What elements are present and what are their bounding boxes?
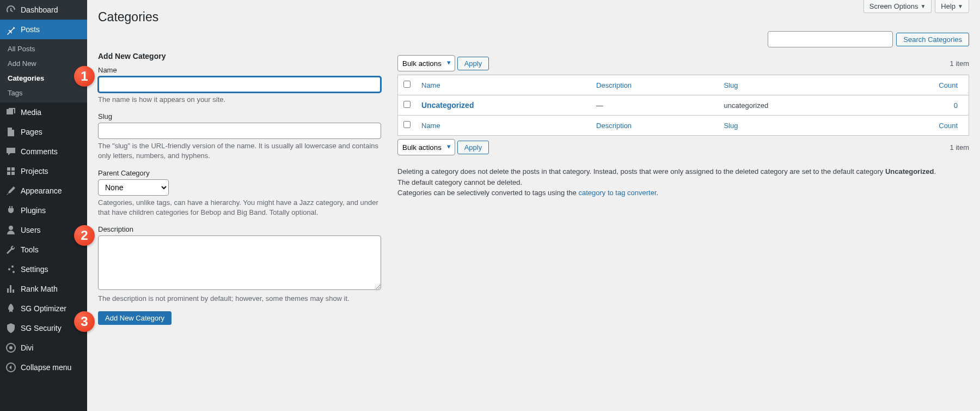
select-all-top[interactable] [403, 81, 411, 88]
brush-icon [5, 185, 16, 196]
menu-settings-label: Settings [21, 265, 48, 274]
menu-comments[interactable]: Comments [0, 142, 87, 161]
menu-sg-optimizer[interactable]: SG Optimizer [0, 299, 87, 318]
help-tab[interactable]: Help ▼ [935, 0, 969, 13]
screen-options-label: Screen Options [869, 2, 918, 10]
wrench-icon [5, 244, 16, 255]
parent-field: Parent Category None Categories, unlike … [98, 169, 381, 217]
description-label: Description [98, 225, 381, 233]
item-count-top: 1 item [950, 59, 969, 68]
menu-rank-math[interactable]: Rank Math [0, 279, 87, 299]
screen-options-tab[interactable]: Screen Options ▼ [863, 0, 932, 13]
categories-table: Name Description Slug Count Uncategorize… [397, 75, 969, 136]
name-help: The name is how it appears on your site. [98, 95, 381, 105]
submenu-tags[interactable]: Tags [0, 86, 87, 100]
menu-dashboard-label: Dashboard [21, 5, 58, 14]
col-count-link-foot[interactable]: Count [939, 122, 958, 130]
col-description-link[interactable]: Description [596, 81, 632, 89]
menu-projects-label: Projects [21, 167, 48, 176]
bulk-actions-bottom[interactable]: Bulk actions [397, 139, 455, 155]
plug-icon [5, 205, 16, 216]
help-label: Help [941, 2, 955, 10]
col-name-link[interactable]: Name [421, 81, 440, 89]
search-categories-button[interactable]: Search Categories [896, 33, 969, 46]
menu-plugins-label: Plugins [21, 206, 46, 215]
col-slug-link[interactable]: Slug [724, 81, 738, 89]
shield-icon [5, 323, 16, 334]
submenu-all-posts[interactable]: All Posts [0, 41, 87, 56]
sliders-icon [5, 264, 16, 275]
step-badge-2: 2 [74, 225, 95, 246]
parent-help: Categories, unlike tags, can have a hier… [98, 198, 381, 217]
add-category-form: Add New Category 1 Name The name is how … [98, 52, 381, 333]
menu-collapse[interactable]: Collapse menu [0, 358, 87, 377]
add-new-category-button[interactable]: Add New Category [98, 311, 171, 325]
menu-divi-label: Divi [21, 343, 33, 352]
description-help: The description is not prominent by defa… [98, 294, 381, 304]
submenu-add-new[interactable]: Add New [0, 56, 87, 71]
menu-plugins[interactable]: Plugins [0, 201, 87, 220]
tablenav-top: Bulk actions Apply 1 item [397, 55, 969, 71]
page-icon [5, 126, 16, 137]
chevron-down-icon: ▼ [920, 3, 926, 9]
menu-tools-label: Tools [21, 245, 39, 254]
menu-dashboard[interactable]: Dashboard [0, 0, 87, 20]
menu-comments-label: Comments [21, 147, 58, 156]
menu-collapse-label: Collapse menu [21, 363, 71, 372]
menu-appearance[interactable]: Appearance [0, 181, 87, 201]
note-default-cat: Uncategorized [885, 167, 934, 176]
row-slug: uncategorized [718, 95, 871, 116]
apply-bulk-top[interactable]: Apply [457, 57, 489, 70]
search-categories-input[interactable] [768, 31, 893, 47]
menu-pages[interactable]: Pages [0, 122, 87, 142]
row-count-link[interactable]: 0 [954, 101, 958, 110]
table-row: Uncategorized — uncategorized 0 [398, 95, 969, 116]
menu-media[interactable]: Media [0, 102, 87, 122]
col-slug-link-foot[interactable]: Slug [724, 122, 738, 130]
menu-projects[interactable]: Projects [0, 161, 87, 181]
note-line2a: Categories can be selectively converted … [397, 189, 578, 197]
col-name-link-foot[interactable]: Name [421, 122, 440, 130]
note-line2b: . [657, 189, 659, 197]
menu-media-label: Media [21, 108, 41, 117]
slug-input[interactable] [98, 123, 381, 139]
select-all-bottom[interactable] [403, 121, 411, 128]
menu-tools[interactable]: Tools [0, 240, 87, 259]
menu-settings[interactable]: Settings [0, 259, 87, 279]
pushpin-icon [5, 24, 16, 35]
media-icon [5, 107, 16, 118]
projects-icon [5, 166, 16, 177]
name-label: Name [98, 66, 381, 74]
col-count-head: Count [871, 75, 969, 95]
tablenav-bottom: Bulk actions Apply 1 item [397, 139, 969, 155]
row-checkbox[interactable] [403, 101, 411, 108]
menu-appearance-label: Appearance [21, 186, 62, 195]
delete-note: Deleting a category does not delete the … [397, 166, 942, 198]
category-to-tag-link[interactable]: category to tag converter [578, 189, 656, 197]
col-description-link-foot[interactable]: Description [596, 122, 632, 130]
apply-bulk-bottom[interactable]: Apply [457, 141, 489, 154]
user-icon [5, 225, 16, 235]
col-slug-head: Slug [718, 75, 871, 95]
svg-point-0 [11, 265, 14, 268]
col-count-link[interactable]: Count [939, 81, 958, 89]
parent-select[interactable]: None [98, 179, 169, 196]
note-line1a: Deleting a category does not delete the … [397, 167, 885, 176]
menu-posts[interactable]: Posts [0, 20, 87, 39]
posts-submenu: All Posts Add New Categories Tags [0, 39, 87, 102]
name-field: 1 Name The name is how it appears on you… [98, 66, 381, 105]
bulk-actions-top[interactable]: Bulk actions [397, 55, 455, 71]
row-name-link[interactable]: Uncategorized [421, 101, 474, 110]
chevron-down-icon: ▼ [958, 3, 963, 9]
page-title: Categories [98, 0, 969, 31]
col-name-head: Name [416, 75, 591, 95]
name-input[interactable] [98, 76, 381, 93]
row-description: — [591, 95, 718, 116]
divi-icon [5, 342, 16, 353]
menu-divi[interactable]: Divi [0, 338, 87, 358]
description-textarea[interactable] [98, 235, 381, 290]
menu-sg-security-label: SG Security [21, 324, 62, 333]
chart-icon [5, 283, 16, 294]
menu-pages-label: Pages [21, 128, 42, 136]
collapse-icon [5, 362, 16, 373]
